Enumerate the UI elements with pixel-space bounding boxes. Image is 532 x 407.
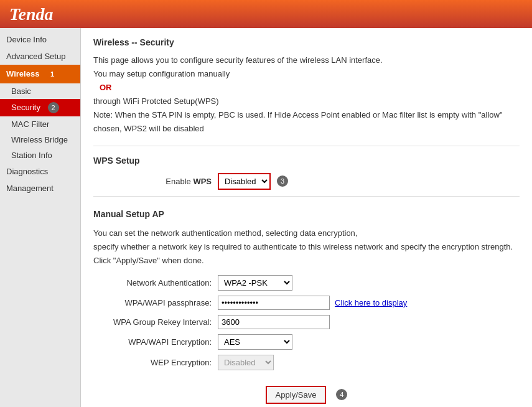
info-line-5: Note: When the STA PIN is empty, PBC is … [93,108,520,136]
wpa-passphrase-label: WPA/WAPI passphrase: [106,298,218,307]
sidebar-item-basic[interactable]: Basic [0,83,80,99]
apply-badge: 4 [336,389,347,400]
enable-wps-select[interactable]: Disabled Enabled [218,173,271,190]
wpa-encryption-select[interactable]: AES TKIP TKIP+AES [218,334,292,350]
info-line-1: This page allows you to configure securi… [93,54,520,67]
info-line-2: You may setup configuration manually [93,67,520,81]
manual-section: Manual Setup AP You can set the network … [93,209,520,370]
wep-encryption-row: WEP Encryption: Disabled Enabled [106,355,520,370]
sidebar-item-wireless-label: Wireless [6,69,39,78]
sidebar-item-wireless-bridge[interactable]: Wireless Bridge [0,132,80,147]
network-auth-row: Network Authentication: WPA2 -PSK WPA-PS… [106,275,520,291]
footer-row: Apply/Save 4 [93,386,520,404]
sidebar-item-mac-filter[interactable]: MAC Filter [0,116,80,132]
divider-1 [93,146,520,146]
manual-desc-1: You can set the network authentication m… [93,227,520,240]
wep-encryption-select[interactable]: Disabled Enabled [218,355,274,370]
enable-wps-bold: WPS [193,177,212,186]
or-text: OR [100,83,112,92]
wps-badge: 3 [277,175,288,187]
manual-desc: You can set the network authentication m… [93,227,520,268]
sidebar-item-wireless[interactable]: Wireless 1 [0,65,80,83]
main-layout: Device Info Advanced Setup Wireless 1 Ba… [0,28,532,407]
manual-desc-3: Click "Apply/Save" when done. [93,254,520,268]
sidebar-item-diagnostics[interactable]: Diagnostics [0,163,80,180]
sidebar-item-security[interactable]: Security 2 [0,99,80,116]
logo: Tenda [9,4,54,24]
sidebar: Device Info Advanced Setup Wireless 1 Ba… [0,28,81,407]
manual-desc-2: specify whether a network key is require… [93,240,520,254]
click-to-display-link[interactable]: Click here to display [335,298,407,307]
info-box: This page allows you to configure securi… [93,54,520,136]
wpa-encryption-label: WPA/WAPI Encryption: [106,337,218,347]
manual-section-title: Manual Setup AP [93,209,520,219]
page-title: Wireless -- Security [93,37,520,47]
enable-wps-label: Enable WPS [106,177,218,186]
sidebar-badge-security: 2 [48,102,59,113]
apply-save-button[interactable]: Apply/Save [266,386,327,404]
sidebar-badge-wireless: 1 [47,68,58,80]
wpa-passphrase-input[interactable] [218,296,330,310]
wpa-rekey-row: WPA Group Rekey Interval: [106,315,520,329]
header: Tenda [0,0,532,28]
network-auth-select[interactable]: WPA2 -PSK WPA-PSK WEP None [218,275,292,291]
sidebar-item-management[interactable]: Management [0,180,80,197]
info-line-4: through WiFi Protcted Setup(WPS) [93,95,520,108]
wpa-rekey-label: WPA Group Rekey Interval: [106,317,218,327]
wep-encryption-label: WEP Encryption: [106,358,218,367]
content-area: Wireless -- Security This page allows yo… [81,28,532,407]
wpa-rekey-input[interactable] [218,315,330,329]
sidebar-item-device-info[interactable]: Device Info [0,31,80,48]
wps-row: Enable WPS Disabled Enabled 3 [106,173,520,190]
divider-2 [93,196,520,197]
wpa-passphrase-row: WPA/WAPI passphrase: Click here to displ… [106,296,520,310]
sidebar-item-advanced-setup[interactable]: Advanced Setup [0,48,80,65]
wps-section-title: WPS Setup [93,156,520,166]
sidebar-item-security-label: Security [11,103,40,112]
sidebar-item-station-info[interactable]: Station Info [0,147,80,163]
wpa-encryption-row: WPA/WAPI Encryption: AES TKIP TKIP+AES [106,334,520,350]
network-auth-label: Network Authentication: [106,278,218,288]
